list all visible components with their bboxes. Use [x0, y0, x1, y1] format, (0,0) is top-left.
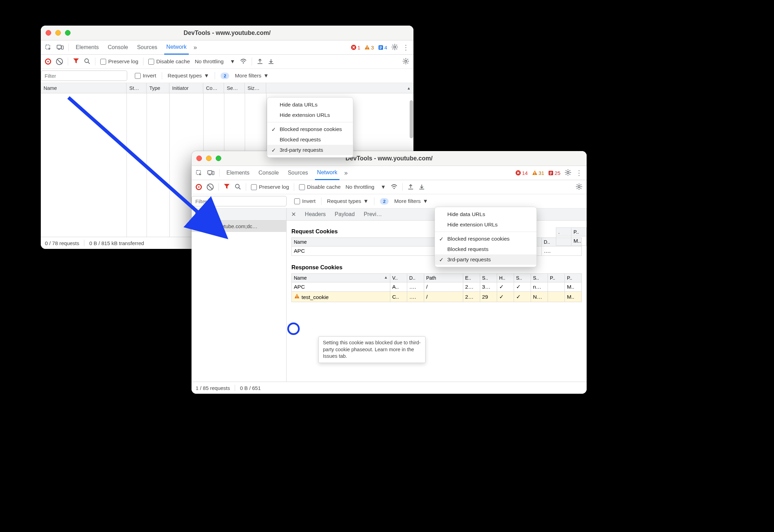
menu-hide-extension-urls[interactable]: Hide extension URLs	[267, 110, 353, 120]
clear-button[interactable]	[207, 184, 214, 190]
more-filters-menu[interactable]: Hide data URLs Hide extension URLs ✓Bloc…	[435, 207, 537, 267]
tab-preview[interactable]: Previ…	[364, 211, 382, 217]
menu-3rd-party-requests[interactable]: ✓3rd-party requests	[267, 145, 353, 155]
menu-blocked-response-cookies[interactable]: ✓Blocked response cookies	[435, 234, 537, 244]
tabs-overflow[interactable]: »	[344, 169, 348, 177]
table-row-blocked[interactable]: test_cookie C.. …. / 2… 29 ✓ ✓ N… M..	[292, 292, 582, 302]
inspect-icon[interactable]	[196, 169, 203, 176]
invert-toggle[interactable]: Invert	[135, 73, 156, 79]
tab-network[interactable]: Network	[315, 166, 339, 180]
svg-rect-5	[367, 46, 367, 48]
svg-line-16	[393, 45, 393, 45]
col-status[interactable]: St…	[127, 83, 147, 93]
more-icon[interactable]: ⋮	[576, 169, 582, 177]
device-icon[interactable]	[207, 169, 214, 176]
network-conditions-icon[interactable]	[391, 184, 398, 190]
request-types-dropdown[interactable]: Request types ▼	[327, 198, 369, 204]
filter-input[interactable]	[41, 71, 127, 81]
preserve-log-toggle[interactable]: Preserve log	[251, 184, 289, 190]
throttling-select[interactable]: No throttling▼	[345, 184, 386, 190]
col-name[interactable]: Name	[41, 83, 127, 93]
filter-icon[interactable]	[224, 183, 230, 191]
upload-har-icon[interactable]	[408, 184, 414, 191]
search-icon[interactable]	[84, 58, 90, 65]
titlebar[interactable]: DevTools - www.youtube.com/	[41, 26, 413, 40]
maximize-window-button[interactable]	[65, 30, 71, 36]
disable-cache-toggle[interactable]: Disable cache	[299, 184, 341, 190]
svg-rect-71	[297, 297, 297, 298]
request-row[interactable]: www.youtube.com;dc…	[192, 221, 286, 232]
tab-sources[interactable]: Sources	[286, 166, 310, 180]
col-waterfall[interactable]: ▲	[266, 83, 413, 93]
download-har-icon[interactable]	[268, 58, 274, 65]
info-count[interactable]: 25	[548, 170, 560, 176]
titlebar[interactable]: DevTools - www.youtube.com/	[192, 151, 587, 166]
search-icon[interactable]	[235, 184, 241, 191]
transferred-size: 0 B / 651	[240, 385, 261, 391]
network-settings-icon[interactable]	[402, 58, 409, 66]
col-initiator[interactable]: Initiator	[169, 83, 203, 93]
more-icon[interactable]: ⋮	[402, 43, 409, 52]
resphdr-name[interactable]: Name▲	[292, 274, 390, 282]
filter-icon[interactable]	[73, 58, 79, 66]
tab-headers[interactable]: Headers	[305, 211, 326, 217]
tab-console[interactable]: Console	[106, 40, 130, 54]
col-siz[interactable]: Siz…	[245, 83, 266, 93]
menu-blocked-response-cookies[interactable]: ✓Blocked response cookies	[267, 124, 353, 134]
upload-har-icon[interactable]	[257, 58, 263, 65]
throttling-select[interactable]: No throttling▼	[195, 58, 235, 65]
tab-payload[interactable]: Payload	[335, 211, 355, 217]
tab-sources[interactable]: Sources	[135, 40, 159, 54]
menu-hide-data-urls[interactable]: Hide data URLs	[435, 209, 537, 220]
error-count[interactable]: 1	[351, 45, 360, 50]
request-cookies-title: Request Cookies	[291, 228, 338, 235]
more-filters-menu[interactable]: Hide data URLs Hide extension URLs ✓Bloc…	[267, 97, 353, 158]
more-filters-dropdown[interactable]: More filters ▼	[235, 73, 269, 79]
col-name[interactable]: Name	[192, 208, 286, 221]
menu-hide-extension-urls[interactable]: Hide extension URLs	[435, 220, 537, 230]
request-types-dropdown[interactable]: Request types ▼	[168, 73, 209, 79]
error-count[interactable]: 14	[515, 170, 528, 176]
record-button[interactable]	[45, 58, 51, 65]
menu-hide-data-urls[interactable]: Hide data URLs	[267, 100, 353, 110]
close-detail-button[interactable]: ×	[291, 210, 296, 219]
close-window-button[interactable]	[196, 156, 202, 161]
info-count[interactable]: 4	[378, 45, 387, 50]
maximize-window-button[interactable]	[216, 156, 221, 161]
tab-elements[interactable]: Elements	[224, 166, 252, 180]
network-conditions-icon[interactable]	[240, 58, 247, 65]
device-icon[interactable]	[57, 44, 64, 51]
download-har-icon[interactable]	[419, 184, 425, 191]
scrollbar-thumb[interactable]	[410, 100, 413, 138]
network-settings-icon[interactable]	[576, 183, 582, 191]
more-filters-dropdown[interactable]: More filters ▼	[394, 198, 428, 204]
warning-count[interactable]: 31	[532, 170, 544, 176]
svg-rect-8	[380, 46, 382, 47]
warning-count[interactable]: 3	[364, 45, 374, 50]
tab-elements[interactable]: Elements	[74, 40, 101, 54]
tabs-overflow[interactable]: »	[194, 44, 197, 51]
menu-3rd-party-requests[interactable]: ✓3rd-party requests	[435, 254, 537, 265]
col-co[interactable]: Co…	[203, 83, 224, 93]
settings-icon[interactable]	[391, 44, 398, 52]
tab-network[interactable]: Network	[164, 41, 189, 55]
table-row[interactable]: APC A.. …. / 2… 3… ✓ ✓ n… M..	[292, 282, 582, 292]
clear-button[interactable]	[56, 58, 63, 65]
warning-icon	[294, 293, 300, 299]
minimize-window-button[interactable]	[55, 30, 61, 36]
filter-input[interactable]	[192, 196, 287, 206]
record-button[interactable]	[196, 184, 202, 190]
inspect-icon[interactable]	[45, 44, 52, 51]
close-window-button[interactable]	[46, 30, 51, 36]
menu-blocked-requests[interactable]: Blocked requests	[267, 134, 353, 145]
col-type[interactable]: Type	[147, 83, 169, 93]
disable-cache-toggle[interactable]: Disable cache	[148, 58, 190, 65]
minimize-window-button[interactable]	[206, 156, 212, 161]
col-se[interactable]: Se…	[224, 83, 245, 93]
tab-console[interactable]: Console	[257, 166, 281, 180]
settings-icon[interactable]	[565, 169, 571, 177]
preserve-log-toggle[interactable]: Preserve log	[100, 58, 138, 65]
svg-rect-10	[380, 48, 381, 49]
menu-blocked-requests[interactable]: Blocked requests	[435, 244, 537, 254]
invert-toggle[interactable]: Invert	[294, 198, 316, 204]
